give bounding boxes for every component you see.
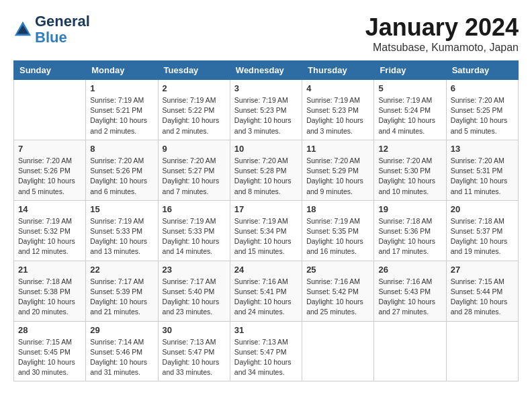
week-row-1: 1Sunrise: 7:19 AMSunset: 5:21 PMDaylight… — [14, 80, 519, 140]
calendar-cell: 20Sunrise: 7:18 AMSunset: 5:37 PMDayligh… — [446, 200, 518, 261]
day-info: Sunrise: 7:19 AMSunset: 5:33 PMDaylight:… — [163, 216, 226, 257]
day-number: 31 — [234, 325, 298, 335]
calendar-cell: 11Sunrise: 7:20 AMSunset: 5:29 PMDayligh… — [302, 140, 374, 200]
calendar-cell: 24Sunrise: 7:16 AMSunset: 5:41 PMDayligh… — [230, 261, 302, 321]
page-header: General Blue January 2024 Matsubase, Kum… — [13, 13, 519, 54]
day-number: 4 — [306, 83, 369, 93]
day-info: Sunrise: 7:18 AMSunset: 5:38 PMDaylight:… — [18, 277, 81, 318]
calendar-table: SundayMondayTuesdayWednesdayThursdayFrid… — [13, 60, 519, 381]
day-info: Sunrise: 7:18 AMSunset: 5:37 PMDaylight:… — [451, 216, 514, 257]
day-number: 12 — [378, 144, 441, 154]
day-info: Sunrise: 7:19 AMSunset: 5:23 PMDaylight:… — [306, 95, 369, 136]
day-info: Sunrise: 7:18 AMSunset: 5:36 PMDaylight:… — [378, 216, 441, 257]
day-info: Sunrise: 7:20 AMSunset: 5:26 PMDaylight:… — [90, 156, 153, 197]
day-number: 11 — [306, 144, 369, 154]
calendar-cell: 18Sunrise: 7:19 AMSunset: 5:35 PMDayligh… — [302, 200, 374, 261]
day-number: 20 — [451, 204, 514, 214]
calendar-cell: 6Sunrise: 7:20 AMSunset: 5:25 PMDaylight… — [446, 80, 518, 140]
calendar-cell: 1Sunrise: 7:19 AMSunset: 5:21 PMDaylight… — [86, 80, 158, 140]
day-number: 8 — [90, 144, 153, 154]
weekday-header-saturday: Saturday — [446, 61, 518, 80]
calendar-cell: 9Sunrise: 7:20 AMSunset: 5:27 PMDaylight… — [158, 140, 230, 200]
day-info: Sunrise: 7:19 AMSunset: 5:34 PMDaylight:… — [234, 216, 298, 257]
calendar-cell: 25Sunrise: 7:16 AMSunset: 5:42 PMDayligh… — [302, 261, 374, 321]
logo-text: General Blue — [35, 13, 90, 46]
day-info: Sunrise: 7:19 AMSunset: 5:33 PMDaylight:… — [90, 216, 153, 257]
calendar-cell: 15Sunrise: 7:19 AMSunset: 5:33 PMDayligh… — [86, 200, 158, 261]
day-number: 3 — [234, 83, 298, 93]
weekday-header-tuesday: Tuesday — [158, 61, 230, 80]
day-number: 29 — [90, 325, 153, 335]
day-number: 18 — [306, 204, 369, 214]
calendar-cell: 31Sunrise: 7:13 AMSunset: 5:47 PMDayligh… — [230, 321, 302, 381]
calendar-cell: 27Sunrise: 7:15 AMSunset: 5:44 PMDayligh… — [446, 261, 518, 321]
week-row-5: 28Sunrise: 7:15 AMSunset: 5:45 PMDayligh… — [14, 321, 519, 381]
weekday-header-monday: Monday — [86, 61, 158, 80]
calendar-cell: 28Sunrise: 7:15 AMSunset: 5:45 PMDayligh… — [14, 321, 86, 381]
day-info: Sunrise: 7:17 AMSunset: 5:40 PMDaylight:… — [163, 277, 226, 318]
calendar-cell: 23Sunrise: 7:17 AMSunset: 5:40 PMDayligh… — [158, 261, 230, 321]
calendar-cell: 4Sunrise: 7:19 AMSunset: 5:23 PMDaylight… — [302, 80, 374, 140]
calendar-cell: 10Sunrise: 7:20 AMSunset: 5:28 PMDayligh… — [230, 140, 302, 200]
day-info: Sunrise: 7:19 AMSunset: 5:32 PMDaylight:… — [18, 216, 81, 257]
day-info: Sunrise: 7:17 AMSunset: 5:39 PMDaylight:… — [90, 277, 153, 318]
logo-icon — [13, 20, 32, 39]
day-number: 24 — [234, 265, 298, 275]
day-info: Sunrise: 7:13 AMSunset: 5:47 PMDaylight:… — [234, 337, 298, 378]
calendar-cell: 17Sunrise: 7:19 AMSunset: 5:34 PMDayligh… — [230, 200, 302, 261]
calendar-cell — [302, 321, 374, 381]
day-info: Sunrise: 7:20 AMSunset: 5:28 PMDaylight:… — [234, 156, 298, 197]
day-info: Sunrise: 7:16 AMSunset: 5:43 PMDaylight:… — [378, 277, 441, 318]
day-number: 17 — [234, 204, 298, 214]
calendar-cell: 8Sunrise: 7:20 AMSunset: 5:26 PMDaylight… — [86, 140, 158, 200]
calendar-cell — [374, 321, 446, 381]
day-number: 28 — [18, 325, 81, 335]
day-number: 21 — [18, 265, 81, 275]
day-number: 13 — [451, 144, 514, 154]
day-number: 19 — [378, 204, 441, 214]
day-number: 6 — [451, 83, 514, 93]
calendar-cell: 14Sunrise: 7:19 AMSunset: 5:32 PMDayligh… — [14, 200, 86, 261]
calendar-cell: 29Sunrise: 7:14 AMSunset: 5:46 PMDayligh… — [86, 321, 158, 381]
day-info: Sunrise: 7:20 AMSunset: 5:31 PMDaylight:… — [451, 156, 514, 197]
day-number: 5 — [378, 83, 441, 93]
day-number: 2 — [163, 83, 226, 93]
week-row-2: 7Sunrise: 7:20 AMSunset: 5:26 PMDaylight… — [14, 140, 519, 200]
day-number: 25 — [306, 265, 369, 275]
logo: General Blue — [13, 13, 90, 46]
day-number: 22 — [90, 265, 153, 275]
day-info: Sunrise: 7:19 AMSunset: 5:22 PMDaylight:… — [163, 95, 226, 136]
day-info: Sunrise: 7:19 AMSunset: 5:23 PMDaylight:… — [234, 95, 298, 136]
weekday-header-thursday: Thursday — [302, 61, 374, 80]
calendar-cell: 21Sunrise: 7:18 AMSunset: 5:38 PMDayligh… — [14, 261, 86, 321]
week-row-3: 14Sunrise: 7:19 AMSunset: 5:32 PMDayligh… — [14, 200, 519, 261]
day-info: Sunrise: 7:16 AMSunset: 5:42 PMDaylight:… — [306, 277, 369, 318]
location-title: Matsubase, Kumamoto, Japan — [365, 42, 519, 54]
day-number: 1 — [90, 83, 153, 93]
day-info: Sunrise: 7:14 AMSunset: 5:46 PMDaylight:… — [90, 337, 153, 378]
calendar-cell: 19Sunrise: 7:18 AMSunset: 5:36 PMDayligh… — [374, 200, 446, 261]
calendar-cell: 16Sunrise: 7:19 AMSunset: 5:33 PMDayligh… — [158, 200, 230, 261]
week-row-4: 21Sunrise: 7:18 AMSunset: 5:38 PMDayligh… — [14, 261, 519, 321]
day-info: Sunrise: 7:20 AMSunset: 5:27 PMDaylight:… — [163, 156, 226, 197]
calendar-cell: 3Sunrise: 7:19 AMSunset: 5:23 PMDaylight… — [230, 80, 302, 140]
day-number: 27 — [451, 265, 514, 275]
day-info: Sunrise: 7:13 AMSunset: 5:47 PMDaylight:… — [163, 337, 226, 378]
day-number: 30 — [163, 325, 226, 335]
day-info: Sunrise: 7:19 AMSunset: 5:35 PMDaylight:… — [306, 216, 369, 257]
calendar-cell: 13Sunrise: 7:20 AMSunset: 5:31 PMDayligh… — [446, 140, 518, 200]
day-info: Sunrise: 7:20 AMSunset: 5:25 PMDaylight:… — [451, 95, 514, 136]
day-number: 14 — [18, 204, 81, 214]
calendar-cell: 30Sunrise: 7:13 AMSunset: 5:47 PMDayligh… — [158, 321, 230, 381]
month-title: January 2024 — [365, 13, 519, 42]
day-info: Sunrise: 7:20 AMSunset: 5:30 PMDaylight:… — [378, 156, 441, 197]
day-number: 15 — [90, 204, 153, 214]
calendar-cell: 7Sunrise: 7:20 AMSunset: 5:26 PMDaylight… — [14, 140, 86, 200]
day-number: 7 — [18, 144, 81, 154]
calendar-cell: 5Sunrise: 7:19 AMSunset: 5:24 PMDaylight… — [374, 80, 446, 140]
weekday-header-row: SundayMondayTuesdayWednesdayThursdayFrid… — [14, 61, 519, 80]
calendar-cell: 26Sunrise: 7:16 AMSunset: 5:43 PMDayligh… — [374, 261, 446, 321]
day-info: Sunrise: 7:15 AMSunset: 5:44 PMDaylight:… — [451, 277, 514, 318]
calendar-cell — [446, 321, 518, 381]
day-info: Sunrise: 7:15 AMSunset: 5:45 PMDaylight:… — [18, 337, 81, 378]
